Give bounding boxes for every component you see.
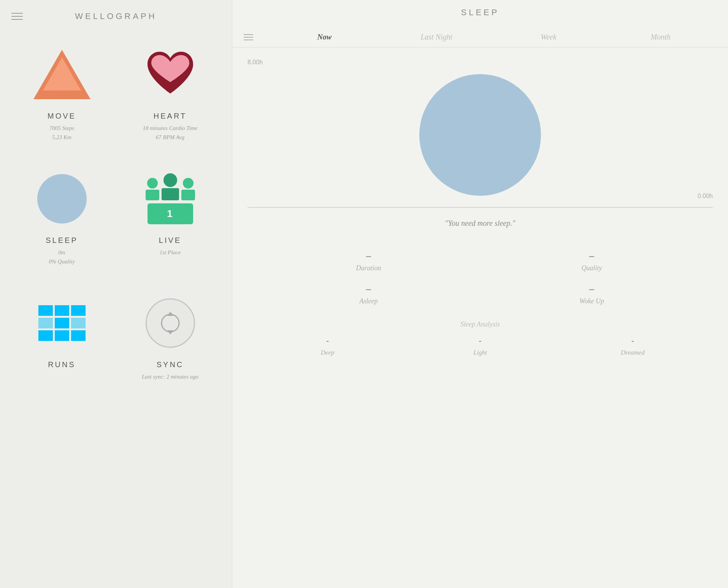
stat-quality-value: – — [589, 250, 594, 261]
sleep-page-title: SLEEP — [244, 8, 717, 17]
sync-last: Last sync: 2 minutes ago — [142, 372, 198, 381]
left-panel: WELLOGRAPH MOVE 7005 Steps 5,23 Km — [0, 0, 232, 588]
live-title: LIVE — [159, 236, 181, 245]
analysis-deep-value: - — [326, 336, 329, 346]
left-header: WELLOGRAPH — [0, 8, 232, 25]
sleep-item[interactable]: SLEEP 0m 0% Quality — [8, 157, 116, 281]
tab-last-night[interactable]: Last Night — [381, 31, 493, 43]
analysis-dreamed-label: Dreamed — [621, 349, 645, 357]
tab-month[interactable]: Month — [604, 31, 717, 43]
heart-stats: 18 minutes Cardio Time 67 BPM Avg — [143, 124, 197, 142]
tab-week[interactable]: Week — [493, 31, 605, 43]
stats-grid: – Duration – Quality – Asleep – Woke Up — [232, 243, 728, 313]
stat-duration-value: – — [366, 250, 371, 261]
nav-tabs: Now Last Night Week Month — [232, 27, 728, 47]
sync-item[interactable]: SYNC Last sync: 2 minutes ago — [116, 281, 224, 396]
sleep-chart-circle — [419, 74, 541, 196]
live-badge: 1 — [148, 203, 193, 224]
analysis-light-label: Light — [473, 349, 487, 357]
sleep-title: SLEEP — [46, 236, 78, 245]
stat-woke-up-value: – — [589, 284, 594, 294]
analysis-deep-label: Deep — [321, 349, 335, 357]
sleep-circle-icon — [37, 174, 87, 223]
sync-icon-container — [140, 293, 201, 353]
runs-grid-icon — [38, 305, 86, 341]
analysis-deep: - Deep — [255, 336, 400, 357]
stat-quality-label: Quality — [582, 264, 602, 272]
runs-title: RUNS — [48, 360, 76, 369]
heart-icon-container — [140, 44, 201, 105]
svg-marker-0 — [167, 312, 173, 316]
stat-quality: – Quality — [486, 250, 698, 272]
runs-item[interactable]: RUNS — [8, 281, 116, 396]
stat-duration: – Duration — [263, 250, 474, 272]
stat-woke-up-label: Woke Up — [579, 297, 604, 305]
analysis-dreamed: - Dreamed — [560, 336, 705, 357]
sleep-chart: 8.00h 0.00h — [232, 48, 728, 207]
runs-icon-container — [32, 293, 92, 353]
move-title: MOVE — [48, 112, 76, 120]
main-grid: MOVE 7005 Steps 5,23 Km HEART 18 minutes… — [0, 33, 232, 396]
sleep-quote: "You need more sleep." — [232, 208, 728, 239]
move-item[interactable]: MOVE 7005 Steps 5,23 Km — [8, 33, 116, 157]
move-triangle-icon — [33, 50, 90, 99]
right-panel: SLEEP Now Last Night Week Month 8.00h 0.… — [232, 0, 728, 588]
right-hamburger-icon[interactable] — [244, 34, 253, 40]
stat-woke-up: – Woke Up — [486, 284, 698, 305]
live-item[interactable]: 1 LIVE 1st Place — [116, 157, 224, 281]
stat-duration-label: Duration — [356, 264, 381, 272]
live-icon: 1 — [146, 173, 195, 224]
analysis-dreamed-value: - — [631, 336, 634, 346]
stat-asleep-value: – — [366, 284, 371, 294]
right-header: SLEEP — [232, 0, 728, 27]
heart-item[interactable]: HEART 18 minutes Cardio Time 67 BPM Avg — [116, 33, 224, 157]
heart-title: HEART — [154, 112, 187, 120]
analysis-grid: - Deep - Light - Dreamed — [232, 332, 728, 368]
move-steps: 7005 Steps 5,23 Km — [49, 124, 74, 142]
live-people-icons — [146, 173, 195, 200]
sleep-icon-container — [32, 168, 92, 229]
sync-circle-icon — [146, 298, 195, 348]
app-title: WELLOGRAPH — [23, 11, 209, 21]
svg-marker-1 — [167, 330, 173, 334]
heart-icon — [144, 50, 197, 99]
sleep-analysis-label: Sleep Analysis — [232, 313, 728, 332]
tab-now[interactable]: Now — [268, 31, 381, 43]
sync-title: SYNC — [157, 360, 184, 369]
move-icon-container — [32, 44, 92, 105]
live-place: 1st Place — [160, 248, 181, 257]
sleep-stats: 0m 0% Quality — [49, 248, 75, 266]
analysis-light-value: - — [479, 336, 481, 346]
chart-top-label: 8.00h — [247, 59, 263, 66]
stat-asleep: – Asleep — [263, 284, 474, 305]
hamburger-menu-icon[interactable] — [11, 13, 23, 20]
live-icon-container: 1 — [140, 168, 201, 229]
chart-bottom-label: 0.00h — [698, 193, 713, 200]
stat-asleep-label: Asleep — [360, 297, 378, 305]
analysis-light: - Light — [408, 336, 552, 357]
